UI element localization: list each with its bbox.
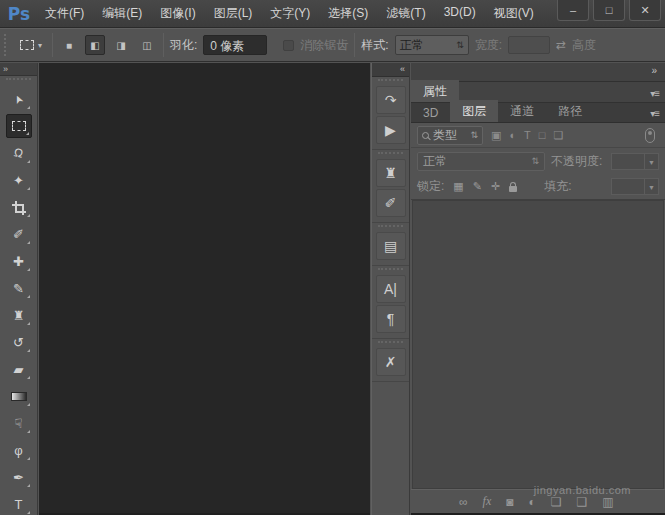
lock-row: 锁定: ▦ ✎ ✛ 填充: ▼: [411, 174, 665, 200]
tool-presets-panel-button[interactable]: ✗: [376, 348, 406, 376]
feather-input[interactable]: 0 像素: [203, 35, 267, 55]
width-input[interactable]: [508, 36, 550, 54]
smudge-tool[interactable]: ☟: [6, 411, 32, 435]
blend-mode-value: 正常: [423, 153, 447, 170]
eyedropper-icon: ✐: [13, 227, 24, 242]
crop-icon: [12, 201, 25, 214]
new-layer-icon[interactable]: ❑: [577, 495, 588, 509]
chevron-down-icon[interactable]: ▼: [645, 178, 659, 195]
menu-layer[interactable]: 图层(L): [207, 1, 260, 26]
separator: [354, 33, 355, 57]
tab-3d[interactable]: 3D: [411, 103, 450, 122]
width-label: 宽度:: [475, 37, 502, 54]
clone-stamp-tool[interactable]: ♜: [6, 303, 32, 327]
style-value: 正常: [400, 37, 424, 54]
menu-view[interactable]: 视图(V): [487, 1, 538, 26]
link-layers-icon[interactable]: ∞: [459, 495, 468, 509]
lock-transparency-icon[interactable]: ▦: [453, 180, 463, 193]
maximize-button[interactable]: □: [593, 0, 625, 21]
layers-panel-tabs: 3D 图层 通道 路径 ▾≡: [411, 103, 665, 123]
menu-select[interactable]: 选择(S): [321, 1, 375, 26]
fill-field[interactable]: ▼: [611, 178, 659, 195]
strip-expand-button[interactable]: «: [372, 63, 409, 77]
marquee-icon: [12, 121, 26, 131]
filter-shape-layers-icon[interactable]: □: [539, 129, 546, 141]
lasso-tool[interactable]: Ω: [6, 141, 32, 165]
lock-label: 锁定:: [417, 178, 444, 195]
opacity-field[interactable]: ▼: [611, 153, 659, 170]
adjustment-layer-icon[interactable]: ◐: [528, 495, 535, 509]
layer-comps-panel-button[interactable]: ▤: [376, 232, 406, 260]
filter-toggle-icon[interactable]: [645, 128, 655, 143]
panel-menu-icon[interactable]: ▾≡: [644, 85, 665, 102]
tool-preset-picker[interactable]: ▾: [16, 37, 46, 53]
lock-all-icon[interactable]: [509, 186, 517, 192]
brush-presets-icon: ✐: [385, 195, 397, 211]
layer-mask-icon[interactable]: ◙: [506, 495, 513, 509]
paragraph-panel-button[interactable]: ¶: [376, 305, 406, 333]
lock-position-icon[interactable]: ✛: [491, 180, 500, 193]
move-tool[interactable]: ➤: [6, 87, 32, 111]
layer-filter-row: 类型 ⇅ ▣ ◐ T □ ❏: [411, 123, 665, 148]
gradient-tool[interactable]: [6, 384, 32, 408]
tab-layers[interactable]: 图层: [450, 100, 498, 122]
lock-pixels-icon[interactable]: ✎: [473, 180, 482, 193]
fill-input[interactable]: [611, 178, 645, 195]
filter-type-layers-icon[interactable]: T: [524, 129, 531, 141]
menu-filter[interactable]: 滤镜(T): [379, 1, 432, 26]
character-panel-button[interactable]: A|: [376, 275, 406, 303]
antialias-checkbox[interactable]: [283, 40, 294, 51]
tools-collapse-button[interactable]: »: [0, 63, 37, 76]
close-button[interactable]: ✕: [629, 0, 661, 21]
type-tool[interactable]: T: [6, 492, 32, 515]
filter-adjustment-layers-icon[interactable]: ◐: [509, 129, 516, 141]
add-to-selection-button[interactable]: ◧: [85, 35, 105, 55]
delete-layer-icon[interactable]: ▥: [602, 495, 613, 509]
subtract-from-selection-button[interactable]: ◨: [111, 35, 131, 55]
menu-3d[interactable]: 3D(D): [437, 1, 483, 26]
filter-smart-objects-icon[interactable]: ❏: [553, 129, 563, 142]
filter-pixel-layers-icon[interactable]: ▣: [491, 129, 501, 142]
tab-channels[interactable]: 通道: [498, 100, 546, 122]
eraser-tool[interactable]: ▰: [6, 357, 32, 381]
layer-style-icon[interactable]: fx: [483, 494, 492, 509]
panel-menu-icon[interactable]: ▾≡: [644, 105, 665, 122]
brush-presets-panel-button[interactable]: ✐: [376, 189, 406, 217]
menu-image[interactable]: 图像(I): [153, 1, 202, 26]
history-panel-button[interactable]: ↷: [376, 86, 406, 114]
chevron-down-icon[interactable]: ▼: [645, 153, 659, 170]
eyedropper-tool[interactable]: ✐: [6, 222, 32, 246]
clone-source-icon: ♜: [384, 165, 397, 181]
intersect-selection-button[interactable]: ◫: [137, 35, 157, 55]
opacity-input[interactable]: [611, 153, 645, 170]
new-selection-button[interactable]: ■: [59, 35, 79, 55]
crop-tool[interactable]: [6, 195, 32, 219]
tab-properties[interactable]: 属性: [411, 80, 459, 102]
brush-tool[interactable]: ✎: [6, 276, 32, 300]
watermark: jingyan.baidu.com: [534, 484, 631, 496]
new-group-icon[interactable]: ❏: [551, 495, 562, 509]
rectangular-marquee-tool[interactable]: [6, 114, 32, 138]
clone-source-panel-button[interactable]: ♜: [376, 159, 406, 187]
grip-dots: [378, 225, 403, 230]
blend-mode-dropdown[interactable]: 正常 ⇅: [417, 152, 545, 171]
history-brush-tool[interactable]: ↺: [6, 330, 32, 354]
style-dropdown[interactable]: 正常 ⇅: [395, 35, 469, 55]
tab-paths[interactable]: 路径: [546, 100, 594, 122]
magic-wand-tool[interactable]: ✦: [6, 168, 32, 192]
actions-icon: ▶: [385, 122, 396, 138]
filter-kind-dropdown[interactable]: 类型 ⇅: [417, 126, 483, 145]
antialias-label: 消除锯齿: [300, 37, 348, 54]
dodge-tool[interactable]: φ: [6, 438, 32, 462]
minimize-button[interactable]: –: [557, 0, 589, 21]
pen-icon: ✒: [13, 470, 24, 485]
actions-panel-button[interactable]: ▶: [376, 116, 406, 144]
menu-type[interactable]: 文字(Y): [263, 1, 317, 26]
menu-edit[interactable]: 编辑(E): [95, 1, 149, 26]
menu-file[interactable]: 文件(F): [38, 1, 91, 26]
grip-dots: [378, 79, 403, 84]
pen-tool[interactable]: ✒: [6, 465, 32, 489]
tool-presets-icon: ✗: [385, 354, 397, 370]
spot-healing-brush-tool[interactable]: ✚: [6, 249, 32, 273]
swap-dimensions-icon[interactable]: ⇄: [556, 38, 566, 52]
